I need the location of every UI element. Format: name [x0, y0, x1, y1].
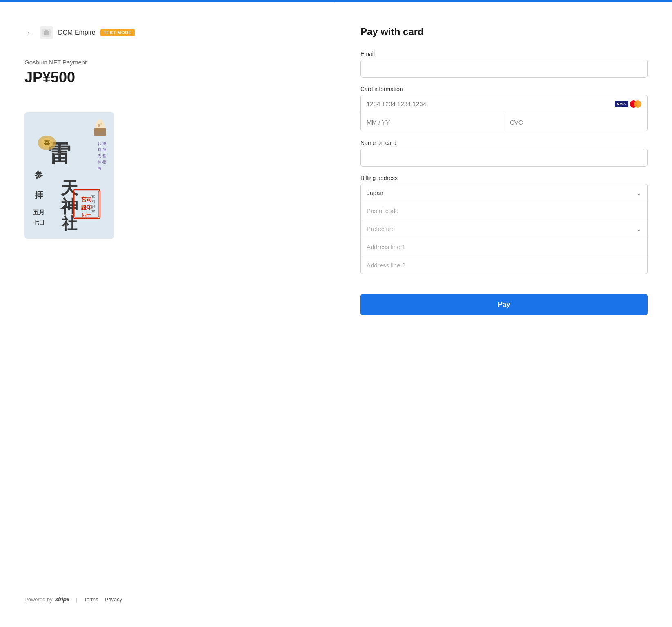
svg-text:奉: 奉	[43, 139, 51, 146]
test-mode-badge: TEST MODE	[100, 29, 135, 36]
card-info-label: Card information	[360, 86, 648, 92]
terms-link[interactable]: Terms	[84, 596, 98, 603]
card-number-row: VISA	[361, 95, 647, 113]
card-bottom-row	[361, 113, 647, 131]
card-number-input[interactable]	[367, 100, 615, 107]
svg-text:七日: 七日	[33, 219, 45, 226]
stripe-logo: stripe	[55, 596, 69, 603]
svg-text:初: 初	[98, 148, 101, 152]
product-name: Goshuin NFT Payment	[24, 59, 311, 66]
country-chevron-icon: ⌄	[636, 190, 641, 196]
svg-text:五月: 五月	[33, 209, 45, 216]
svg-text:崎: 崎	[98, 166, 101, 170]
postal-code-input[interactable]	[367, 207, 641, 214]
address-line-2-input[interactable]	[367, 262, 641, 269]
country-value: Japan	[367, 189, 636, 196]
form-title: Pay with card	[360, 26, 648, 38]
back-button[interactable]: ←	[24, 27, 35, 39]
mm-yy-input[interactable]	[361, 113, 504, 131]
svg-text:宮: 宮	[91, 195, 95, 199]
svg-point-7	[98, 124, 100, 127]
card-icons: VISA	[615, 100, 641, 108]
svg-text:天: 天	[60, 179, 79, 198]
privacy-link[interactable]: Privacy	[105, 596, 122, 603]
mc-circle-right	[634, 100, 641, 108]
svg-text:お: お	[98, 142, 101, 146]
postal-code-row	[361, 202, 647, 220]
address-line-1-row	[361, 238, 647, 256]
right-panel: Pay with card Email Card information VIS…	[336, 2, 672, 627]
svg-text:宮司: 宮司	[81, 196, 92, 202]
svg-text:證印: 證印	[81, 205, 92, 211]
svg-rect-6	[94, 128, 106, 136]
name-group: Name on card	[360, 140, 648, 167]
merchant-icon	[40, 26, 53, 39]
pay-button[interactable]: Pay	[360, 294, 648, 315]
country-select[interactable]: Japan ⌄	[361, 184, 647, 202]
svg-text:摂: 摂	[102, 142, 106, 146]
prefecture-chevron-icon: ⌄	[636, 226, 641, 232]
prefecture-placeholder: Prefecture	[367, 225, 636, 232]
mastercard-icon	[630, 100, 641, 108]
merchant-name: DCM Empire	[58, 29, 96, 36]
svg-text:天: 天	[98, 154, 101, 158]
svg-point-8	[100, 123, 102, 125]
svg-text:司: 司	[91, 200, 95, 204]
left-panel: ← DCM Empire TEST MODE Goshuin NFT Payme…	[0, 2, 336, 627]
svg-text:四十: 四十	[82, 212, 91, 217]
header-row: ← DCM Empire TEST MODE	[24, 26, 311, 39]
svg-rect-1	[44, 31, 49, 35]
footer-left: Powered by stripe | Terms Privacy	[24, 576, 311, 603]
billing-address-group: Billing address Japan ⌄ Prefecture ⌄	[360, 175, 648, 274]
visa-icon: VISA	[615, 101, 628, 107]
card-info-fields: VISA	[360, 95, 648, 131]
billing-address-fields: Japan ⌄ Prefecture ⌄	[360, 184, 648, 274]
svg-text:参: 参	[35, 170, 43, 179]
svg-text:主: 主	[91, 209, 95, 213]
product-info: Goshuin NFT Payment JP¥500	[24, 59, 311, 99]
svg-text:律: 律	[102, 148, 106, 152]
product-image: 摂 律 嘗 根 お 初 天 神 崎 雷 天 神 社 参 拝 五月	[24, 112, 114, 239]
billing-label: Billing address	[360, 175, 648, 181]
svg-text:根: 根	[102, 160, 106, 164]
main-container: ← DCM Empire TEST MODE Goshuin NFT Payme…	[0, 2, 672, 627]
card-info-group: Card information VISA	[360, 86, 648, 131]
product-price: JP¥500	[24, 69, 311, 86]
powered-by-text: Powered by	[24, 596, 53, 603]
name-label: Name on card	[360, 140, 648, 146]
email-group: Email	[360, 51, 648, 78]
cvc-input[interactable]	[504, 113, 647, 131]
footer-divider: |	[76, 596, 77, 603]
name-input[interactable]	[360, 149, 648, 167]
address-line-2-row	[361, 256, 647, 274]
svg-rect-2	[45, 30, 48, 31]
prefecture-select[interactable]: Prefecture ⌄	[361, 220, 647, 238]
svg-text:拝: 拝	[34, 191, 43, 200]
svg-text:神: 神	[60, 197, 78, 216]
email-input[interactable]	[360, 60, 648, 78]
svg-text:證: 證	[91, 205, 95, 209]
svg-text:神: 神	[98, 160, 101, 164]
address-line-1-input[interactable]	[367, 243, 641, 250]
powered-by-stripe: Powered by stripe	[24, 596, 69, 603]
email-label: Email	[360, 51, 648, 57]
back-arrow-icon: ←	[26, 29, 33, 37]
svg-text:嘗: 嘗	[102, 154, 106, 158]
